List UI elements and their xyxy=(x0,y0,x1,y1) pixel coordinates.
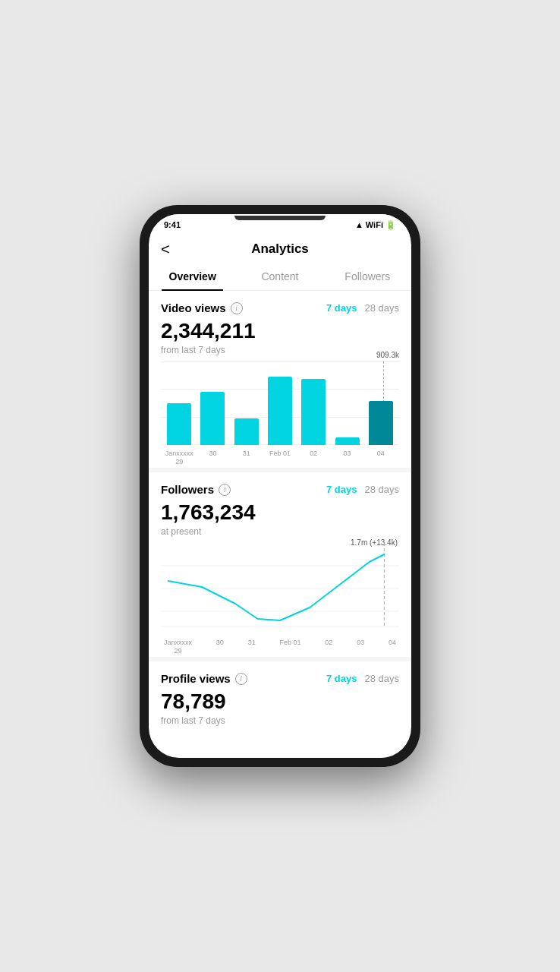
bar-labels: Janxxxxx29 30 31 Feb 01 02 03 04 xyxy=(161,447,399,466)
main-content: Video views i 7 days 28 days 2,344,211 f… xyxy=(149,291,411,758)
followers-section: Followers i 7 days 28 days 1,763,234 at … xyxy=(149,472,411,661)
line-label-4: 02 xyxy=(325,639,332,655)
video-views-periods: 7 days 28 days xyxy=(326,302,399,314)
status-icons: ▲ WiFi 🔋 xyxy=(355,220,396,230)
bar-wrap-2 xyxy=(231,361,262,445)
followers-chart: 1.7m (+13.4k) xyxy=(161,543,399,649)
bar-5 xyxy=(335,437,360,445)
tab-content[interactable]: Content xyxy=(236,263,323,290)
bar-label-2: 31 xyxy=(231,450,262,466)
followers-title-wrap: Followers i xyxy=(161,483,231,496)
bar-1 xyxy=(200,392,225,445)
line-label-2: 31 xyxy=(248,639,256,655)
page-title: Analytics xyxy=(251,241,309,257)
video-views-sub: from last 7 days xyxy=(161,345,399,355)
profile-views-28days-btn[interactable]: 28 days xyxy=(364,673,399,684)
line-label-1: 30 xyxy=(216,639,224,655)
video-views-title-wrap: Video views i xyxy=(161,301,243,314)
profile-views-value: 78,789 xyxy=(161,690,399,714)
bar-label-5: 03 xyxy=(332,450,362,466)
line-label-6: 04 xyxy=(389,639,396,655)
status-bar: 9:41 ▲ WiFi 🔋 xyxy=(149,214,411,235)
phone-device: 9:41 ▲ WiFi 🔋 < Analytics Overview Conte… xyxy=(140,205,420,767)
profile-views-periods: 7 days 28 days xyxy=(326,673,399,684)
bar-3 xyxy=(268,377,292,445)
video-views-chart: 909.3k xyxy=(161,361,399,460)
status-time: 9:41 xyxy=(164,220,181,229)
line-labels: Janxxxxx29 30 31 Feb 01 02 03 04 xyxy=(161,637,399,655)
app-header: < Analytics xyxy=(149,235,411,263)
bar-label-4: 02 xyxy=(298,450,329,466)
video-views-annotation: 909.3k xyxy=(376,351,399,359)
video-views-7days-btn[interactable]: 7 days xyxy=(326,302,357,314)
bar-wrap-0 xyxy=(164,361,194,445)
followers-7days-btn[interactable]: 7 days xyxy=(326,484,357,495)
bar-6 xyxy=(369,401,393,445)
profile-views-section: Profile views i 7 days 28 days 78,789 fr… xyxy=(149,661,411,740)
video-views-section: Video views i 7 days 28 days 2,344,211 f… xyxy=(149,291,411,472)
followers-sub: at present xyxy=(161,526,399,537)
followers-header: Followers i 7 days 28 days xyxy=(161,483,399,496)
bar-wrap-5 xyxy=(332,361,362,445)
phone-screen: 9:41 ▲ WiFi 🔋 < Analytics Overview Conte… xyxy=(149,214,411,758)
profile-views-info-icon[interactable]: i xyxy=(235,673,247,685)
bar-wrap-1 xyxy=(197,361,228,445)
video-views-28days-btn[interactable]: 28 days xyxy=(364,302,399,314)
followers-title: Followers xyxy=(161,483,214,496)
followers-periods: 7 days 28 days xyxy=(326,484,399,495)
video-views-value: 2,344,211 xyxy=(161,319,399,343)
bar-0 xyxy=(167,403,191,445)
video-views-header: Video views i 7 days 28 days xyxy=(161,301,399,314)
bar-label-6: 04 xyxy=(366,450,396,466)
tab-bar: Overview Content Followers xyxy=(149,263,411,291)
bar-chart: Janxxxxx29 30 31 Feb 01 02 03 04 xyxy=(161,361,399,460)
bar-4 xyxy=(301,379,326,445)
profile-views-sub: from last 7 days xyxy=(161,715,399,726)
line-label-3: Feb 01 xyxy=(279,639,300,655)
bar-wrap-3 xyxy=(265,361,295,445)
profile-views-7days-btn[interactable]: 7 days xyxy=(326,673,357,684)
line-chart: Janxxxxx29 30 31 Feb 01 02 03 04 xyxy=(161,543,399,649)
followers-28days-btn[interactable]: 28 days xyxy=(364,484,399,495)
line-label-5: 03 xyxy=(357,639,364,655)
line-chart-svg xyxy=(161,543,399,634)
followers-value: 1,763,234 xyxy=(161,500,399,525)
profile-views-title: Profile views xyxy=(161,672,231,685)
video-views-title: Video views xyxy=(161,301,226,314)
bar-label-1: 30 xyxy=(197,450,228,466)
bar-wrap-6 xyxy=(366,361,396,445)
bar-2 xyxy=(234,418,259,445)
bar-chart-inner xyxy=(161,361,399,445)
video-views-info-icon[interactable]: i xyxy=(231,302,243,314)
bar-label-3: Feb 01 xyxy=(265,450,295,466)
bar-wrap-4 xyxy=(298,361,329,445)
profile-views-header: Profile views i 7 days 28 days xyxy=(161,672,399,685)
profile-views-title-wrap: Profile views i xyxy=(161,672,247,685)
tab-followers[interactable]: Followers xyxy=(324,263,411,290)
followers-info-icon[interactable]: i xyxy=(219,484,231,496)
bar-label-0: Janxxxxx29 xyxy=(164,450,194,466)
line-label-0: Janxxxxx29 xyxy=(164,639,192,655)
back-button[interactable]: < xyxy=(161,241,170,258)
tab-overview[interactable]: Overview xyxy=(149,263,236,290)
